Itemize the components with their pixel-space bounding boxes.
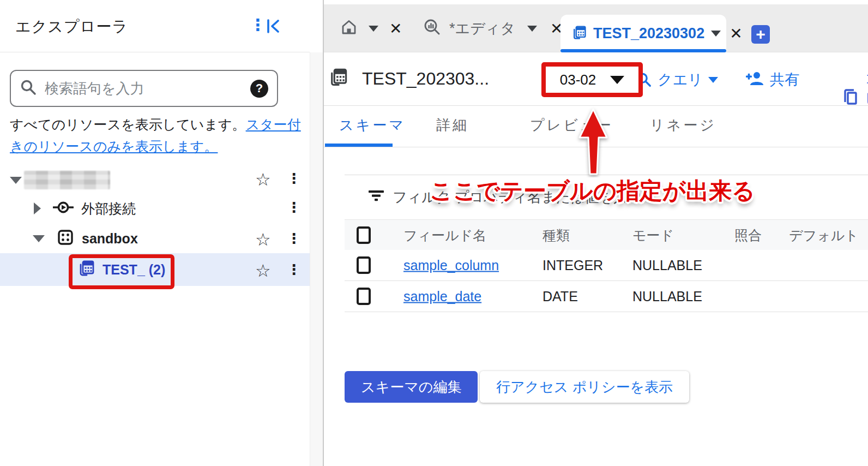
partition-selector[interactable]: 03-02 <box>541 62 643 97</box>
chevron-down-icon[interactable] <box>369 26 378 32</box>
filter-icon <box>367 189 385 205</box>
field-type: DATE <box>542 289 578 304</box>
header-type: 種類 <box>542 226 570 244</box>
chevron-down-icon <box>708 77 718 83</box>
annotation-text: ここでテーブルの指定が出来る <box>430 176 755 206</box>
star-icon[interactable]: ☆ <box>255 229 271 250</box>
tree-label-dataset: sandbox <box>82 231 138 247</box>
chevron-down-icon[interactable] <box>527 26 537 32</box>
tab-editor[interactable]: *エディタ ✕ <box>423 15 563 41</box>
close-icon[interactable]: ✕ <box>389 20 402 38</box>
select-all-checkbox[interactable] <box>357 226 371 244</box>
chevron-down-icon <box>610 76 624 84</box>
more-actions-icon[interactable]: ⋮ <box>287 261 301 278</box>
annotation-arrow <box>572 106 616 180</box>
resources-note: すべてのリソースを表示しています。スター付きのリソースのみを表示します。 <box>10 113 302 157</box>
more-actions-icon[interactable]: ⋮ <box>287 170 301 187</box>
project-expand-icon[interactable] <box>10 177 22 184</box>
explorer-header: エクスプローラ ⋮ <box>0 0 310 52</box>
expand-right-icon[interactable] <box>34 202 41 214</box>
collapse-panel-icon[interactable] <box>265 17 282 37</box>
query-button[interactable]: クエリ <box>636 70 718 89</box>
active-tab-label: TEST_20230302 <box>593 25 704 42</box>
star-icon[interactable]: ☆ <box>255 260 271 281</box>
table-title: TEST_202303... <box>362 69 489 89</box>
field-name-link[interactable]: sample_column <box>403 258 499 273</box>
add-tab-button[interactable]: + <box>751 25 770 44</box>
chevron-down-icon[interactable] <box>711 31 721 37</box>
more-actions-icon[interactable]: ⋮ <box>287 230 301 247</box>
external-connection-icon <box>53 199 74 218</box>
star-icon[interactable]: ☆ <box>255 169 271 190</box>
resource-search-box: ? <box>10 70 278 107</box>
tab-lineage[interactable]: リネージ <box>650 116 716 135</box>
partition-value: 03-02 <box>560 71 596 88</box>
query-editor-icon <box>423 18 442 39</box>
tab-schema[interactable]: スキーマ <box>339 116 406 135</box>
header-default: デフォルト <box>789 226 859 244</box>
edit-schema-button[interactable]: スキーマの編集 <box>345 371 478 403</box>
header-collation: 照合 <box>734 226 762 244</box>
home-icon <box>340 19 358 38</box>
editor-tab-label: *エディタ <box>449 19 515 38</box>
bigquery-table-icon <box>571 25 587 43</box>
field-mode: NULLABLE <box>632 258 702 273</box>
tree-label-external-connections: 外部接続 <box>81 200 136 218</box>
search-input[interactable] <box>45 80 250 97</box>
row-checkbox[interactable] <box>357 288 371 305</box>
dataset-expand-icon[interactable] <box>33 235 45 242</box>
tree-row-dataset-sandbox[interactable]: sandbox ☆ ⋮ <box>0 225 310 252</box>
header-field-name: フィールド名 <box>403 226 486 244</box>
explorer-title: エクスプローラ <box>15 16 128 37</box>
query-label: クエリ <box>658 70 703 89</box>
tab-table-active[interactable]: TEST_20230302 ✕ <box>560 15 726 52</box>
workspace-tabbar: ✕ *エディタ ✕ <box>324 4 868 52</box>
active-tab-underline <box>325 144 393 147</box>
row-checkbox[interactable] <box>357 256 371 274</box>
header-mode: モード <box>632 226 674 244</box>
person-add-icon <box>745 70 764 89</box>
table-row: sample_date DATE NULLABLE <box>345 281 868 312</box>
row-access-policy-button[interactable]: 行アクセス ポリシーを表示 <box>480 371 689 403</box>
field-name-link[interactable]: sample_date <box>403 289 481 304</box>
field-mode: NULLABLE <box>632 289 702 304</box>
tree-row-project[interactable]: ☆ ⋮ <box>0 168 310 192</box>
close-icon[interactable]: ✕ <box>730 25 742 43</box>
tab-home[interactable]: ✕ <box>340 15 402 41</box>
sidebar-scrollbar[interactable] <box>310 52 323 466</box>
tree-row-external-connections[interactable]: 外部接続 ⋮ <box>0 195 310 222</box>
resources-note-text: すべてのリソースを表示しています。 <box>10 117 246 132</box>
search-icon <box>20 79 37 98</box>
tab-details[interactable]: 詳細 <box>436 116 469 135</box>
explorer-sidebar: エクスプローラ ⋮ ? すべてのリソースを表示しています。スター付きのリソースの… <box>0 0 310 466</box>
bigquery-table-icon <box>328 68 348 89</box>
sidebar-header-divider <box>0 52 310 52</box>
table-row: sample_column INTEGER NULLABLE <box>345 250 868 281</box>
more-actions-icon[interactable]: ⋮ <box>287 199 301 216</box>
explorer-menu-icon[interactable]: ⋮ <box>250 14 266 36</box>
share-button[interactable]: 共有 <box>745 70 799 89</box>
help-icon[interactable]: ? <box>250 80 268 98</box>
project-name-redacted <box>24 171 110 189</box>
field-type: INTEGER <box>542 258 603 273</box>
annotation-box-table-node <box>69 254 174 289</box>
share-label: 共有 <box>770 70 799 89</box>
schema-table-header: フィールド名 種類 モード 照合 デフォルト <box>345 219 868 250</box>
dataset-icon <box>57 229 74 248</box>
